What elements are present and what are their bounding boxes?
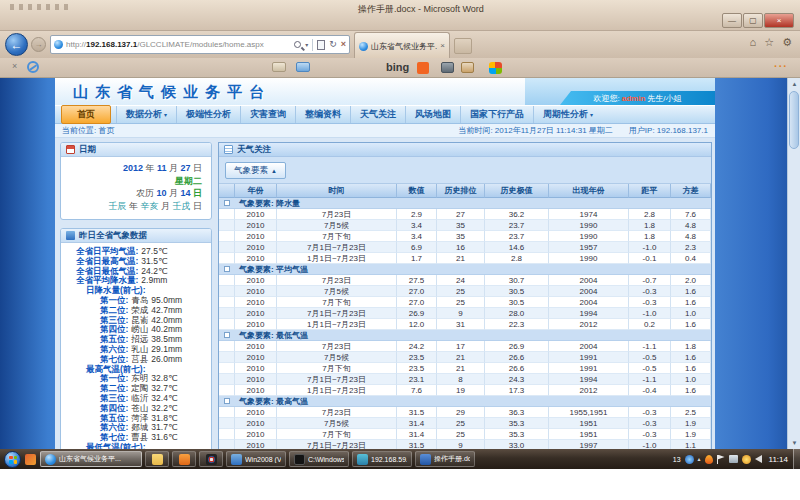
nav-item-8[interactable]: 周期性分析▾	[533, 106, 602, 123]
show-desktop-button[interactable]	[793, 449, 800, 469]
table-group-row[interactable]: 气象要素: 最低气温	[219, 330, 711, 341]
page-scrollbar[interactable]: ▲ ▼	[787, 78, 800, 449]
minimize-button[interactable]: —	[722, 13, 742, 28]
table-cell: 23.7	[485, 231, 549, 242]
show-hidden-icons-icon[interactable]: ▴	[698, 456, 701, 462]
expander-icon[interactable]	[224, 332, 230, 338]
column-header[interactable]: 历史极值	[485, 184, 549, 198]
antivirus-icon[interactable]	[705, 455, 713, 464]
search-icon[interactable]	[294, 41, 301, 48]
stop-icon[interactable]: ×	[341, 40, 346, 49]
search-provider-icon[interactable]	[417, 62, 429, 74]
expander-icon[interactable]	[224, 398, 230, 404]
table-group-row[interactable]: 气象要素: 降水量	[219, 198, 711, 209]
scrollbar-thumb[interactable]	[789, 91, 799, 149]
browser-tab[interactable]: 山东省气候业务平... ×	[354, 32, 450, 59]
table-cell: 27	[437, 209, 485, 220]
table-cell: 2010	[235, 231, 277, 242]
update-icon[interactable]	[742, 455, 751, 464]
column-header[interactable]: 出现年份	[549, 184, 629, 198]
taskbar-button-orange-app[interactable]	[172, 451, 196, 467]
row-select-cell	[219, 242, 235, 253]
nav-item-4[interactable]: 整编资料	[295, 106, 350, 123]
date-line: 农历 10 月 14 日	[70, 187, 202, 200]
column-header[interactable]: 数值	[397, 184, 437, 198]
back-button[interactable]: ←	[5, 33, 28, 56]
nav-item-3[interactable]: 灾害查询	[240, 106, 295, 123]
close-toolbar-icon[interactable]: ×	[12, 62, 17, 71]
settings-gear-icon[interactable]: ⚙	[782, 37, 792, 48]
url-text[interactable]: http://192.168.137.1/GLCCLIMATE/modules/…	[66, 40, 291, 49]
table-cell: 27.0	[397, 297, 437, 308]
column-header[interactable]: 距平	[629, 184, 671, 198]
taskbar-button-rdp[interactable]: 192.168.59.99...	[352, 451, 412, 467]
compatibility-icon[interactable]	[317, 40, 325, 50]
bing-logo[interactable]: bing	[386, 61, 409, 73]
blocked-content-icon[interactable]	[27, 61, 39, 73]
taskbar-button-folder[interactable]	[145, 451, 169, 467]
tab-close-icon[interactable]: ×	[440, 42, 445, 50]
nav-item-6[interactable]: 风场地图	[405, 106, 460, 123]
more-options-icon[interactable]: ···	[774, 60, 788, 72]
rank-label: 第四位:	[100, 403, 128, 413]
new-tab-button[interactable]	[454, 38, 472, 54]
taskbar-button-media-app[interactable]	[199, 451, 223, 467]
taskbar-button-pinned-app[interactable]	[24, 451, 37, 467]
date-text: 星期二	[175, 176, 202, 186]
column-header[interactable]: 历史排位	[437, 184, 485, 198]
scroll-up-icon[interactable]: ▲	[788, 78, 800, 90]
search-dropdown-icon[interactable]: ▾	[305, 41, 308, 48]
table-group-row[interactable]: 气象要素: 最高气温	[219, 396, 711, 407]
forward-button[interactable]: →	[31, 37, 46, 52]
nav-item-5[interactable]: 天气关注	[350, 106, 405, 123]
expander-icon[interactable]	[224, 266, 230, 272]
row-select-cell	[219, 429, 235, 440]
expander-icon[interactable]	[224, 200, 230, 206]
plugin-icon[interactable]	[489, 62, 502, 74]
table-cell: 7月下旬	[277, 429, 397, 440]
table-cell: -0.3	[629, 418, 671, 429]
camera-icon[interactable]	[441, 62, 454, 73]
action-center-flag-icon[interactable]	[717, 455, 725, 464]
column-header-select[interactable]	[219, 184, 235, 198]
table-cell: 2004	[549, 275, 629, 286]
taskbar-button-cmd[interactable]: C:\Windows\s...	[289, 451, 349, 467]
taskbar-button-label: 山东省气候业务平...	[59, 454, 121, 464]
taskbar-button-ie[interactable]: 山东省气候业务平...	[40, 451, 142, 467]
refresh-icon[interactable]: ↻	[329, 40, 337, 49]
element-filter-button[interactable]: 气象要素 ▲	[225, 162, 286, 179]
taskbar-button-word[interactable]: 操作手册.docx -...	[415, 451, 475, 467]
table-cell: 1990	[549, 231, 629, 242]
rank-label: 第七位:	[100, 354, 128, 364]
table-cell: 1.6	[671, 352, 711, 363]
nav-item-1[interactable]: 数据分析▾	[116, 106, 176, 123]
card-icon[interactable]	[272, 62, 286, 72]
nav-item-7[interactable]: 国家下行产品	[460, 106, 533, 123]
nav-item-2[interactable]: 极端性分析	[176, 106, 240, 123]
volume-icon[interactable]	[755, 455, 762, 463]
taskbar-clock[interactable]: 11:14	[769, 455, 788, 464]
network-globe-icon[interactable]	[685, 455, 694, 464]
table-group-row[interactable]: 气象要素: 平均气温	[219, 264, 711, 275]
start-button[interactable]	[4, 451, 21, 468]
column-header[interactable]: 方差	[671, 184, 711, 198]
nav-item-0[interactable]: 首页	[61, 105, 111, 124]
ie-icon	[45, 454, 56, 465]
maximize-button[interactable]: ▢	[743, 13, 763, 28]
table-cell: 1.6	[671, 363, 711, 374]
network-icon[interactable]	[729, 455, 738, 463]
taskbar-button-vm[interactable]: Win2008 (VS2...	[226, 451, 286, 467]
address-bar[interactable]: http://192.168.137.1/GLCCLIMATE/modules/…	[50, 35, 350, 54]
column-header[interactable]: 年份	[235, 184, 277, 198]
home-icon[interactable]: ⌂	[750, 37, 757, 48]
close-button[interactable]: ×	[764, 13, 794, 28]
date-text: 辛亥	[140, 201, 158, 211]
table-cell: -0.4	[629, 385, 671, 396]
share-icon[interactable]	[461, 62, 474, 73]
scroll-down-icon[interactable]: ▼	[788, 437, 800, 449]
column-header[interactable]: 时间	[277, 184, 397, 198]
favorites-star-icon[interactable]: ☆	[764, 37, 774, 48]
mail-icon[interactable]	[296, 62, 310, 72]
table-cell: 1.8	[629, 220, 671, 231]
row-select-cell	[219, 352, 235, 363]
